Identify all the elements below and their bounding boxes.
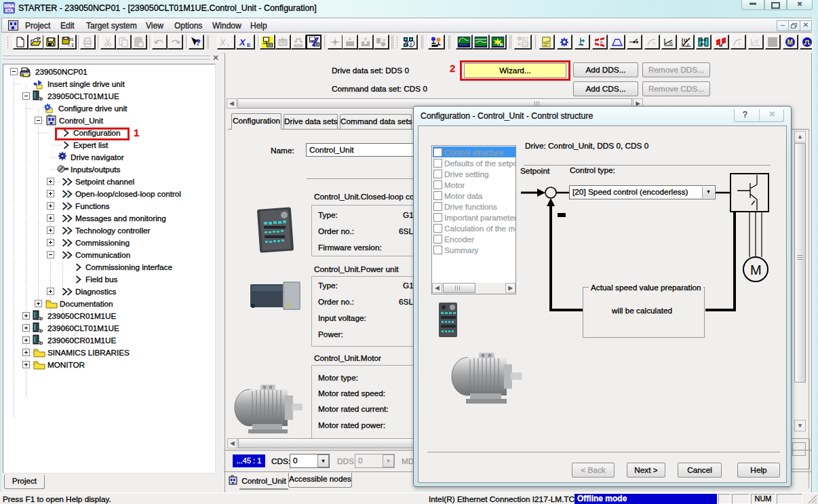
svg-text:U: U [684,38,687,43]
svg-text:n: n [600,40,602,44]
svg-text:X: X [219,37,227,47]
svg-text:I: I [756,40,758,46]
svg-text:M: M [750,263,762,277]
svg-text:→10: →10 [66,43,74,47]
svg-text:n: n [669,40,672,46]
svg-text:E: E [247,42,251,47]
svg-text:I: I [739,41,740,47]
svg-text:P: P [518,37,521,41]
svg-text:E2: E2 [522,37,528,41]
svg-text:?: ? [195,37,201,47]
svg-text:M: M [699,38,702,42]
svg-text:01: 01 [69,37,74,41]
svg-text:n: n [653,41,655,45]
svg-text:R: R [518,42,521,47]
svg-text:M: M [787,39,793,46]
svg-text:I: I [227,42,229,47]
svg-text:M: M [719,43,722,47]
svg-text:f: f [687,43,689,47]
svg-text:и: и [500,41,503,47]
svg-text:X: X [239,37,246,47]
